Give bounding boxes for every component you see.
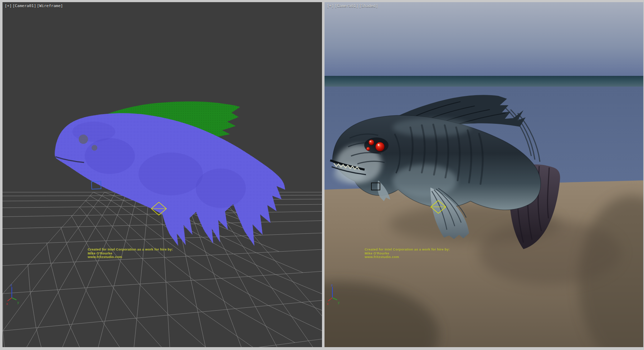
back-highlight [392,118,471,137]
credit-text-object[interactable]: Created for Intel Corporation as a work … [365,248,450,259]
credit-line-1: Created for Intel Corporation as a work … [365,248,450,252]
dual-viewport-frame: z x y [+] [Camera01] [Wireframe] Created… [0,0,644,350]
shaded-scene: z x y [325,2,643,347]
fish-eyes [364,137,389,153]
wire-shading [138,152,203,195]
credit-text-object[interactable]: Created for Intel Corporation as a work … [88,248,173,259]
fish-eye [79,135,88,144]
credit-line-3: www.fritzstudio.com [365,255,450,259]
x-axis-label: x [6,302,8,306]
wire-shading [72,122,115,142]
y-axis-label: y [17,301,19,304]
viewport-shaded[interactable]: z x y [+] [Camera01] [Shaded] Created fo… [325,2,643,347]
credit-line-3: www.fritzstudio.com [88,255,173,259]
viewport-menu-pov[interactable]: [Camera01] [335,4,358,8]
credit-line-1: Created for Intel Corporation as a work … [88,248,173,252]
z-axis-label: z [331,283,333,287]
wireframe-scene: z x y [3,2,322,347]
viewport-label-bar: [+] [Camera01] [Wireframe] [5,4,63,8]
wire-shading [196,169,246,208]
viewport-menu-general[interactable]: [+] [327,4,334,8]
y-axis-label: y [338,301,340,304]
x-axis-label: x [327,302,329,306]
viewport-menu-pov[interactable]: [Camera01] [13,4,36,8]
wire-shading [85,138,135,174]
viewport-menu-shading[interactable]: [Wireframe] [37,4,63,8]
fish-eye [92,145,97,151]
z-axis-label: z [10,283,12,287]
viewport-label-bar: [+] [Camera01] [Shaded] [327,4,378,8]
viewport-menu-general[interactable]: [+] [5,4,12,8]
viewport-menu-shading[interactable]: [Shaded] [359,4,378,8]
viewport-wireframe[interactable]: z x y [+] [Camera01] [Wireframe] Created… [3,2,322,347]
